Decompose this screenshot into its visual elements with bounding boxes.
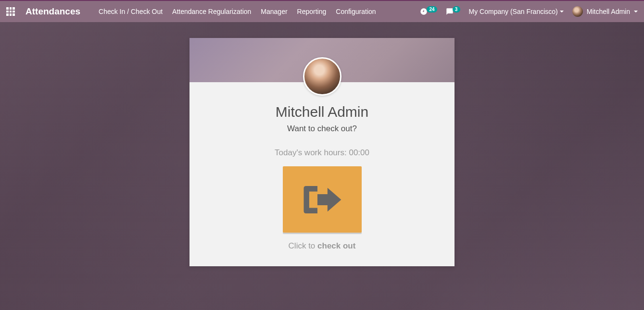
nav-manager[interactable]: Manager <box>261 8 287 15</box>
user-menu[interactable]: Mitchell Admin <box>572 6 638 17</box>
employee-name: Mitchell Admin <box>189 104 455 120</box>
instruction-action: check out <box>317 241 355 250</box>
nav-right-group: 24 3 My Company (San Francisco) Mitchell… <box>420 6 638 17</box>
activity-button[interactable]: 24 <box>420 8 437 15</box>
messages-button[interactable]: 3 <box>446 8 460 15</box>
work-hours-label: Today's work hours: <box>275 148 349 157</box>
work-hours-value: 00:00 <box>349 148 369 157</box>
activity-count-badge: 24 <box>427 6 437 12</box>
employee-avatar <box>303 57 341 96</box>
main-content: Mitchell Admin Want to check out? Today'… <box>0 22 644 266</box>
company-switcher[interactable]: My Company (San Francisco) <box>469 8 564 15</box>
card-body: Mitchell Admin Want to check out? Today'… <box>189 82 455 266</box>
checkout-button[interactable] <box>283 166 362 233</box>
chevron-down-icon <box>560 11 564 12</box>
nav-check-in-out[interactable]: Check In / Check Out <box>99 8 163 15</box>
app-brand[interactable]: Attendances <box>25 6 80 17</box>
nav-attendance-regularization[interactable]: Attendance Regularization <box>172 8 251 15</box>
main-navbar: Attendances Check In / Check Out Attenda… <box>0 1 644 22</box>
attendance-card: Mitchell Admin Want to check out? Today'… <box>189 38 455 266</box>
checkout-instruction: Click to check out <box>189 241 455 251</box>
nav-menu: Check In / Check Out Attendance Regulari… <box>99 8 376 15</box>
sign-out-icon <box>299 179 345 220</box>
nav-reporting[interactable]: Reporting <box>297 8 327 15</box>
work-hours: Today's work hours: 00:00 <box>189 148 455 158</box>
nav-configuration[interactable]: Configuration <box>336 8 376 15</box>
message-count-badge: 3 <box>453 6 460 12</box>
checkout-prompt: Want to check out? <box>189 124 455 134</box>
avatar <box>572 6 583 17</box>
company-name: My Company (San Francisco) <box>469 8 558 15</box>
card-header <box>189 38 455 82</box>
apps-icon[interactable] <box>6 7 15 16</box>
instruction-prefix: Click to <box>289 241 317 250</box>
chevron-down-icon <box>634 11 638 12</box>
user-name-label: Mitchell Admin <box>587 8 630 15</box>
